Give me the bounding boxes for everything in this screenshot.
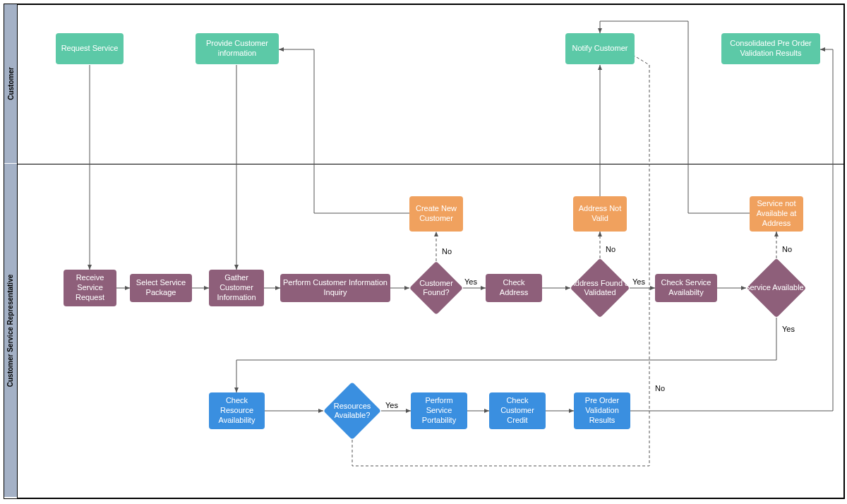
node-label: Perform Service Portability <box>414 396 464 425</box>
node-consolidated-results: Consolidated Pre Order Validation Result… <box>721 33 820 64</box>
node-label: Check Resource Availability <box>212 396 262 425</box>
node-label: Check Service Availabilty <box>658 278 714 298</box>
edge-label-yes: Yes <box>782 325 795 333</box>
edge-label-yes: Yes <box>464 277 477 286</box>
node-label: Notify Customer <box>572 44 628 54</box>
node-pre-order-validation: Pre Order Validation Results <box>574 392 630 429</box>
node-label: Service Available? <box>745 283 808 292</box>
lane-header-customer: Customer <box>4 4 17 163</box>
edge-label-no: No <box>655 384 665 392</box>
node-address-not-valid: Address Not Valid <box>573 196 627 232</box>
edge-label-yes: Yes <box>385 401 398 409</box>
node-label: Create New Customer <box>412 204 460 224</box>
node-label: Gather Customer Information <box>212 273 261 302</box>
node-select-service-package: Select Service Package <box>130 274 192 302</box>
node-label: Service not Available at Address <box>752 199 800 228</box>
node-check-address: Check Address <box>486 274 542 302</box>
node-label: Request Service <box>61 44 119 54</box>
lane-label-csr: Customer Service Representative <box>7 274 15 387</box>
node-label: Select Service Package <box>133 278 189 298</box>
node-check-service-availability: Check Service Availabilty <box>655 274 717 302</box>
node-label: Customer Found? <box>412 279 461 297</box>
node-label: Receive Service Request <box>66 273 114 302</box>
node-perform-service-portability: Perform Service Portability <box>411 392 467 429</box>
lane-header-csr: Customer Service Representative <box>4 164 17 497</box>
swimlane-diagram: Customer Customer Service Representative <box>0 0 847 504</box>
node-label: Provide Customer information <box>198 39 276 59</box>
lane-customer-body <box>17 4 844 164</box>
node-request-service: Request Service <box>56 33 124 64</box>
node-provide-customer-info: Provide Customer information <box>196 33 279 64</box>
node-notify-customer: Notify Customer <box>565 33 635 64</box>
node-label: Address Found & Validated <box>568 279 632 297</box>
node-perform-customer-inquiry: Perform Customer Information Inquiry <box>280 274 390 302</box>
node-check-customer-credit: Check Customer Credit <box>489 392 546 429</box>
node-create-new-customer: Create New Customer <box>409 196 463 232</box>
edge-label-no: No <box>442 247 452 256</box>
edge-label-yes: Yes <box>632 277 645 286</box>
node-service-not-available: Service not Available at Address <box>750 196 803 232</box>
node-label: Check Customer Credit <box>492 396 543 425</box>
edge-label-no: No <box>606 245 615 253</box>
lane-label-customer: Customer <box>7 67 15 100</box>
edge-label-no: No <box>782 245 792 253</box>
node-label: Check Address <box>488 278 539 298</box>
node-label: Perform Customer Information Inquiry <box>283 278 388 298</box>
node-gather-customer-info: Gather Customer Information <box>209 270 264 306</box>
node-label: Pre Order Validation Results <box>577 396 627 425</box>
node-label: Address Not Valid <box>576 204 624 224</box>
node-receive-service-request: Receive Service Request <box>64 270 116 306</box>
node-check-resource-availability: Check Resource Availability <box>209 392 265 429</box>
node-label: Consolidated Pre Order Validation Result… <box>724 39 817 59</box>
node-label: Resources Available? <box>320 402 384 420</box>
